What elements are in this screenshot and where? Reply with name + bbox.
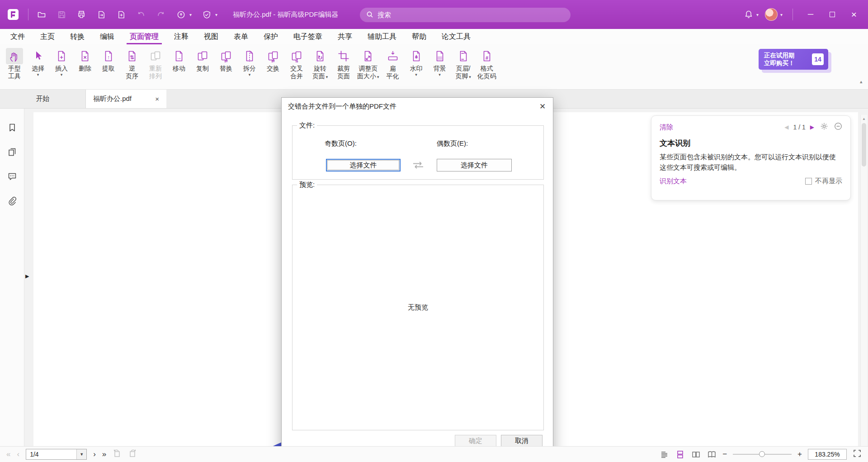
prev-notification-icon[interactable]: ◀	[784, 124, 788, 130]
ribbon-tool-extract[interactable]: ↑提取	[97, 47, 120, 73]
redo-icon[interactable]	[156, 10, 166, 19]
ribbon-tool-delete[interactable]: ×删除	[73, 47, 97, 73]
menu-item-assist-tools[interactable]: 辅助工具	[360, 29, 404, 44]
menu-item-help[interactable]: 帮助	[404, 29, 434, 44]
menu-item-page-manage[interactable]: 页面管理	[122, 29, 166, 44]
rotate-right-icon[interactable]	[128, 449, 137, 460]
user-avatar[interactable]	[765, 8, 778, 21]
minimize-button[interactable]: ─	[803, 7, 818, 22]
page-number-combo[interactable]: 1/4 ▼	[26, 449, 87, 460]
menu-item-paper-tools[interactable]: 论文工具	[434, 29, 478, 44]
zoom-level[interactable]: 183.25%	[808, 449, 847, 460]
ribbon-tool-background[interactable]: 背景▾	[428, 47, 452, 78]
ribbon-tool-resize-pages[interactable]: 调整页面大小▾	[355, 47, 381, 82]
next-page-icon[interactable]: ›	[93, 450, 96, 459]
open-file-icon[interactable]	[37, 10, 47, 19]
single-page-view-icon[interactable]	[659, 449, 669, 459]
continuous-view-icon[interactable]	[675, 449, 685, 459]
pages-panel-icon[interactable]	[7, 147, 18, 157]
swap-files-icon[interactable]	[409, 159, 428, 171]
menu-item-view[interactable]: 视图	[196, 29, 226, 44]
menu-item-edit[interactable]: 编辑	[92, 29, 122, 44]
cancel-button[interactable]: 取消	[501, 435, 542, 447]
print-icon[interactable]	[76, 10, 86, 19]
ribbon-tool-duplicate[interactable]: 复制	[191, 47, 214, 73]
menu-item-esign[interactable]: 电子签章	[286, 29, 330, 44]
menu-item-convert[interactable]: 转换	[62, 29, 92, 44]
previous-page-icon[interactable]: ‹	[17, 450, 19, 459]
first-page-icon[interactable]: «	[6, 450, 10, 459]
facing-view-icon[interactable]	[691, 449, 701, 459]
export-doc-icon[interactable]	[96, 10, 106, 19]
menu-item-comment[interactable]: 注释	[166, 29, 196, 44]
ok-button[interactable]: 确定	[455, 435, 496, 447]
ribbon-tool-watermark[interactable]: 水印▾	[405, 47, 428, 78]
ribbon-tool-interleave-merge[interactable]: ⇅交叉合并	[285, 47, 308, 81]
zoom-slider-thumb[interactable]	[759, 451, 765, 457]
ribbon-tool-reverse-order[interactable]: ⇅逆页序	[120, 47, 144, 81]
zoom-in-icon[interactable]: +	[797, 450, 802, 459]
bookmarks-panel-icon[interactable]	[7, 122, 18, 133]
tab-document[interactable]: 福昕办公.pdf ×	[86, 90, 166, 108]
choose-even-file-button[interactable]: 选择文件	[437, 159, 512, 171]
maximize-button[interactable]	[825, 7, 840, 22]
avatar-caret-icon[interactable]: ▾	[780, 12, 783, 17]
foxit-logo-icon[interactable]	[5, 7, 21, 22]
ribbon-tool-header-footer[interactable]: 页眉/页脚▾	[452, 47, 475, 82]
create-doc-icon[interactable]	[116, 10, 126, 19]
panel-expand-arrow[interactable]: ▶	[25, 273, 29, 279]
ribbon-tool-move[interactable]: →移动	[167, 47, 191, 73]
menu-item-file[interactable]: 文件	[3, 29, 33, 44]
menu-item-protect[interactable]: 保护	[256, 29, 286, 44]
ribbon-tool-flatten[interactable]: 扁平化	[381, 47, 405, 81]
recognize-text-link[interactable]: 识别文本	[660, 177, 687, 186]
last-page-icon[interactable]: »	[102, 450, 106, 459]
protect-caret-icon[interactable]: ▾	[215, 12, 217, 17]
notification-collapse-icon[interactable]	[834, 122, 842, 132]
zoom-out-icon[interactable]: −	[722, 450, 727, 459]
zoom-slider[interactable]	[733, 451, 792, 457]
vertical-scrollbar[interactable]: ▲	[860, 115, 867, 446]
scrollbar-thumb[interactable]	[862, 123, 866, 167]
choose-odd-file-button[interactable]: 选择文件	[326, 159, 401, 171]
ribbon-tool-hand-tool[interactable]: 手型工具	[3, 47, 26, 81]
book-view-icon[interactable]	[707, 449, 717, 459]
scroll-up-icon[interactable]: ▲	[861, 115, 867, 121]
next-notification-icon[interactable]: ▶	[810, 124, 814, 130]
notification-bell-icon[interactable]	[744, 10, 754, 19]
menu-item-form[interactable]: 表单	[226, 29, 256, 44]
save-icon[interactable]	[57, 10, 66, 19]
checkbox-icon[interactable]	[805, 178, 812, 185]
comments-panel-icon[interactable]	[7, 171, 18, 182]
menu-item-share[interactable]: 共享	[330, 29, 360, 44]
tab-start[interactable]: 开始	[0, 90, 86, 108]
ribbon-tool-select[interactable]: 选择▾	[26, 47, 50, 78]
undo-icon[interactable]	[136, 10, 146, 19]
ribbon-tool-format-page-number[interactable]: #格式化页码	[475, 47, 499, 81]
share-caret-icon[interactable]: ▾	[189, 12, 192, 17]
share-icon[interactable]	[176, 10, 186, 19]
rotate-left-icon[interactable]	[113, 449, 122, 460]
search-input[interactable]: 搜索	[360, 8, 571, 22]
ribbon-tool-rearrange[interactable]: 重新排列	[144, 47, 167, 81]
ribbon-tool-swap[interactable]: ⇄交换	[261, 47, 285, 73]
clear-link[interactable]: 清除	[660, 123, 673, 132]
protect-check-icon[interactable]	[202, 10, 212, 19]
fullscreen-icon[interactable]	[853, 449, 862, 460]
ribbon-tool-replace[interactable]: ⇄替换	[214, 47, 238, 73]
attachments-panel-icon[interactable]	[7, 195, 18, 206]
dont-show-checkbox[interactable]: 不再显示	[805, 177, 842, 186]
notification-settings-icon[interactable]	[820, 122, 828, 132]
trial-buy-button[interactable]: 正在试用期 立即购买！ 14	[759, 49, 828, 70]
page-combo-caret-icon[interactable]: ▼	[76, 449, 86, 459]
close-window-button[interactable]: ×	[846, 7, 862, 22]
ribbon-tool-rotate-pages[interactable]: ↻旋转页面▾	[308, 47, 332, 82]
ribbon-collapse-icon[interactable]: ▴	[860, 79, 863, 85]
bell-caret-icon[interactable]: ▾	[756, 12, 759, 17]
ribbon-tool-crop-pages[interactable]: 裁剪页面	[332, 47, 355, 81]
menu-item-home[interactable]: 主页	[33, 29, 62, 44]
tab-close-icon[interactable]: ×	[153, 95, 161, 103]
dialog-close-icon[interactable]: ✕	[532, 98, 553, 115]
ribbon-tool-insert[interactable]: +插入▾	[50, 47, 73, 78]
ribbon-tool-split[interactable]: 拆分▾	[238, 47, 261, 78]
